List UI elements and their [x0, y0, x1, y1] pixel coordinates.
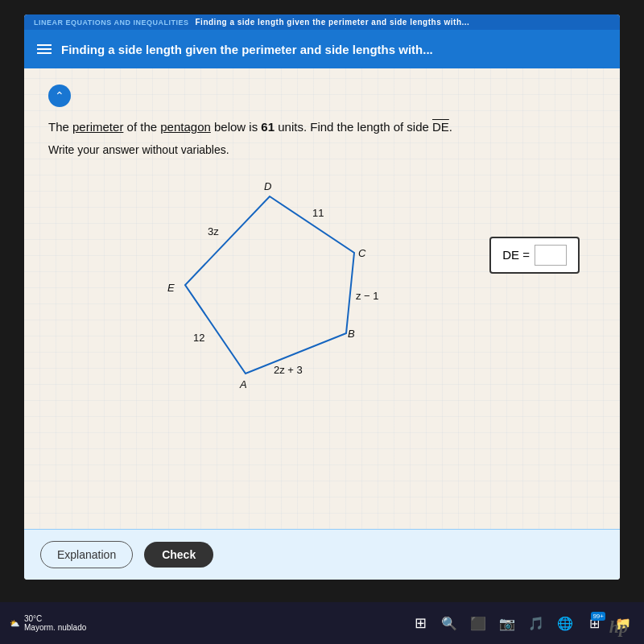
taskbar: ⛅ 30°C Mayorm. nublado ⊞ 🔍 ⬛ 📷 🎵 🌐 ⊞ 99+… [0, 602, 644, 644]
spotify-icon[interactable]: 🎵 [525, 612, 547, 634]
grid-icon[interactable]: ⊞ 99+ [583, 612, 605, 634]
explanation-button[interactable]: Explanation [40, 541, 133, 568]
bottom-bar: Explanation Check [24, 529, 620, 580]
side-de-label: DE [432, 120, 449, 134]
perimeter-word: perimeter [72, 120, 123, 134]
category-label: LINEAR EQUATIONS AND INEQUALITIES [34, 19, 189, 27]
weather-desc: Mayorm. nublado [24, 623, 86, 632]
task-view-icon[interactable]: ⬛ [467, 612, 489, 634]
answer-input[interactable] [535, 245, 567, 266]
vertex-D: D [264, 180, 271, 192]
side-ba-value: 2z + 3 [274, 364, 303, 376]
instruction-text: Write your answer without variables. [48, 143, 596, 156]
svg-marker-0 [185, 196, 354, 374]
side-dc-value: 11 [312, 207, 324, 219]
answer-box: DE = [489, 237, 580, 274]
vertex-B: B [348, 328, 355, 340]
diagram-area: D C B A E 3z 11 z − 1 2z + 3 12 DE = [48, 172, 596, 430]
side-de-value: 3z [208, 225, 219, 237]
perimeter-value: 61 [261, 120, 275, 134]
main-content: ⌃ The perimeter of the pentagon below is… [24, 68, 620, 529]
edge-icon[interactable]: 🌐 [554, 612, 576, 634]
camera-icon[interactable]: 📷 [496, 612, 518, 634]
pentagon-diagram: D C B A E 3z 11 z − 1 2z + 3 12 [113, 172, 419, 414]
taskbar-icons: ⊞ 🔍 ⬛ 📷 🎵 🌐 ⊞ 99+ 📁 [409, 612, 634, 634]
header: Finding a side length given the perimete… [24, 30, 620, 68]
problem-text: The perimeter of the pentagon below is 6… [48, 118, 596, 137]
weather-widget: ⛅ 30°C Mayorm. nublado [10, 614, 86, 632]
vertex-E: E [167, 282, 175, 294]
check-button[interactable]: Check [144, 542, 213, 568]
windows-start-icon[interactable]: ⊞ [409, 612, 431, 634]
vertex-C: C [358, 247, 366, 259]
screen: LINEAR EQUATIONS AND INEQUALITIES Findin… [24, 14, 620, 580]
dropdown-button[interactable]: ⌃ [48, 85, 71, 107]
hp-logo: hp [609, 617, 628, 638]
vertex-A: A [239, 378, 247, 390]
title-label: Finding a side length given the perimete… [196, 18, 470, 27]
notification-badge: 99+ [591, 612, 605, 621]
weather-temp: 30°C [24, 614, 86, 623]
answer-label: DE = [502, 248, 530, 262]
weather-icon: ⛅ [10, 619, 19, 628]
side-ea-value: 12 [193, 332, 204, 344]
search-icon[interactable]: 🔍 [438, 612, 460, 634]
page-title: Finding a side length given the perimete… [61, 43, 607, 56]
pentagon-word: pentagon [160, 120, 211, 134]
side-cb-value: z − 1 [356, 290, 379, 302]
hamburger-menu[interactable] [37, 44, 52, 54]
top-bar: LINEAR EQUATIONS AND INEQUALITIES Findin… [24, 14, 620, 30]
